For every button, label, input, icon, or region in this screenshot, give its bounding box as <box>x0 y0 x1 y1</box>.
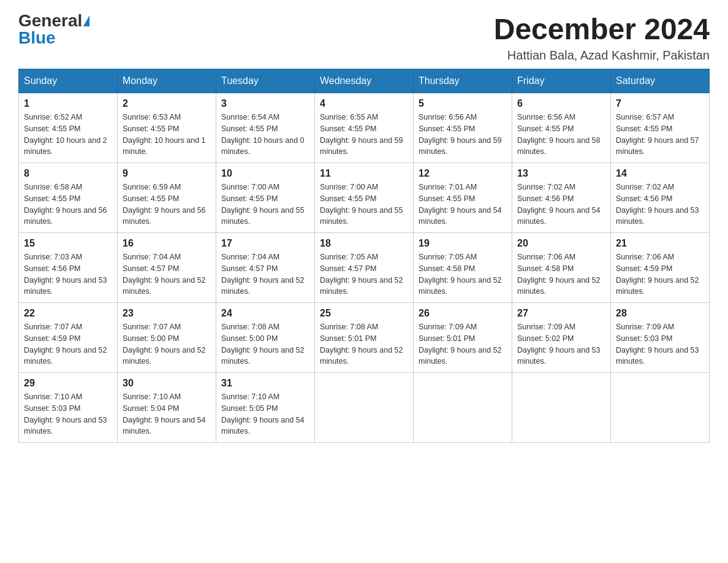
calendar-cell: 25 Sunrise: 7:08 AMSunset: 5:01 PMDaylig… <box>315 303 414 373</box>
day-number: 24 <box>221 308 309 319</box>
day-info: Sunrise: 6:53 AMSunset: 4:55 PMDaylight:… <box>123 112 211 158</box>
day-info: Sunrise: 7:06 AMSunset: 4:58 PMDaylight:… <box>517 251 605 297</box>
calendar-cell: 28 Sunrise: 7:09 AMSunset: 5:03 PMDaylig… <box>611 303 710 373</box>
day-info: Sunrise: 7:05 AMSunset: 4:57 PMDaylight:… <box>320 251 408 297</box>
calendar-header-row: SundayMondayTuesdayWednesdayThursdayFrid… <box>19 69 710 93</box>
weekday-header-sunday: Sunday <box>19 69 118 93</box>
day-info: Sunrise: 6:56 AMSunset: 4:55 PMDaylight:… <box>419 112 507 158</box>
day-info: Sunrise: 6:57 AMSunset: 4:55 PMDaylight:… <box>616 112 704 158</box>
day-info: Sunrise: 7:02 AMSunset: 4:56 PMDaylight:… <box>517 182 605 228</box>
calendar-cell: 17 Sunrise: 7:04 AMSunset: 4:57 PMDaylig… <box>216 233 315 303</box>
day-info: Sunrise: 7:00 AMSunset: 4:55 PMDaylight:… <box>320 182 408 228</box>
calendar-cell: 5 Sunrise: 6:56 AMSunset: 4:55 PMDayligh… <box>414 93 512 163</box>
calendar-week-row: 15 Sunrise: 7:03 AMSunset: 4:56 PMDaylig… <box>19 233 710 303</box>
day-number: 22 <box>24 308 112 319</box>
calendar-week-row: 1 Sunrise: 6:52 AMSunset: 4:55 PMDayligh… <box>19 93 710 163</box>
day-number: 9 <box>123 168 211 179</box>
weekday-header-thursday: Thursday <box>414 69 512 93</box>
calendar-cell: 29 Sunrise: 7:10 AMSunset: 5:03 PMDaylig… <box>19 373 118 443</box>
day-number: 29 <box>24 378 112 389</box>
day-number: 28 <box>616 308 704 319</box>
day-info: Sunrise: 7:10 AMSunset: 5:04 PMDaylight:… <box>123 391 211 437</box>
day-number: 2 <box>123 98 211 109</box>
day-info: Sunrise: 7:09 AMSunset: 5:02 PMDaylight:… <box>517 321 605 367</box>
day-info: Sunrise: 6:56 AMSunset: 4:55 PMDaylight:… <box>517 112 605 158</box>
weekday-header-tuesday: Tuesday <box>216 69 315 93</box>
day-info: Sunrise: 7:05 AMSunset: 4:58 PMDaylight:… <box>419 251 507 297</box>
logo: General Blue <box>18 12 89 47</box>
calendar-cell <box>315 373 414 443</box>
day-info: Sunrise: 6:54 AMSunset: 4:55 PMDaylight:… <box>221 112 309 158</box>
calendar-cell: 15 Sunrise: 7:03 AMSunset: 4:56 PMDaylig… <box>19 233 118 303</box>
calendar-cell: 4 Sunrise: 6:55 AMSunset: 4:55 PMDayligh… <box>315 93 414 163</box>
calendar-cell: 6 Sunrise: 6:56 AMSunset: 4:55 PMDayligh… <box>512 93 611 163</box>
day-info: Sunrise: 6:59 AMSunset: 4:55 PMDaylight:… <box>123 182 211 228</box>
day-info: Sunrise: 7:07 AMSunset: 5:00 PMDaylight:… <box>123 321 211 367</box>
day-number: 23 <box>123 308 211 319</box>
calendar-cell: 14 Sunrise: 7:02 AMSunset: 4:56 PMDaylig… <box>611 163 710 233</box>
day-info: Sunrise: 7:09 AMSunset: 5:03 PMDaylight:… <box>616 321 704 367</box>
day-info: Sunrise: 7:06 AMSunset: 4:59 PMDaylight:… <box>616 251 704 297</box>
day-number: 19 <box>419 238 507 249</box>
page-header: General Blue December 2024 Hattian Bala,… <box>18 12 710 63</box>
day-number: 20 <box>517 238 605 249</box>
calendar-cell <box>512 373 611 443</box>
day-number: 27 <box>517 308 605 319</box>
day-info: Sunrise: 6:58 AMSunset: 4:55 PMDaylight:… <box>24 182 112 228</box>
calendar-cell: 16 Sunrise: 7:04 AMSunset: 4:57 PMDaylig… <box>118 233 216 303</box>
calendar-cell: 12 Sunrise: 7:01 AMSunset: 4:55 PMDaylig… <box>414 163 512 233</box>
day-number: 10 <box>221 168 309 179</box>
calendar-cell: 13 Sunrise: 7:02 AMSunset: 4:56 PMDaylig… <box>512 163 611 233</box>
calendar-cell: 30 Sunrise: 7:10 AMSunset: 5:04 PMDaylig… <box>118 373 216 443</box>
logo-blue-text: Blue <box>18 29 56 47</box>
day-number: 1 <box>24 98 112 109</box>
day-info: Sunrise: 7:02 AMSunset: 4:56 PMDaylight:… <box>616 182 704 228</box>
day-info: Sunrise: 7:04 AMSunset: 4:57 PMDaylight:… <box>123 251 211 297</box>
day-number: 17 <box>221 238 309 249</box>
day-info: Sunrise: 7:08 AMSunset: 5:01 PMDaylight:… <box>320 321 408 367</box>
calendar-cell: 31 Sunrise: 7:10 AMSunset: 5:05 PMDaylig… <box>216 373 315 443</box>
calendar-week-row: 29 Sunrise: 7:10 AMSunset: 5:03 PMDaylig… <box>19 373 710 443</box>
calendar-week-row: 8 Sunrise: 6:58 AMSunset: 4:55 PMDayligh… <box>19 163 710 233</box>
day-info: Sunrise: 6:55 AMSunset: 4:55 PMDaylight:… <box>320 112 408 158</box>
day-info: Sunrise: 7:08 AMSunset: 5:00 PMDaylight:… <box>221 321 309 367</box>
day-info: Sunrise: 6:52 AMSunset: 4:55 PMDaylight:… <box>24 112 112 158</box>
calendar-cell: 9 Sunrise: 6:59 AMSunset: 4:55 PMDayligh… <box>118 163 216 233</box>
calendar-cell: 10 Sunrise: 7:00 AMSunset: 4:55 PMDaylig… <box>216 163 315 233</box>
calendar-cell: 24 Sunrise: 7:08 AMSunset: 5:00 PMDaylig… <box>216 303 315 373</box>
day-number: 5 <box>419 98 507 109</box>
day-number: 7 <box>616 98 704 109</box>
calendar-cell: 22 Sunrise: 7:07 AMSunset: 4:59 PMDaylig… <box>19 303 118 373</box>
day-number: 21 <box>616 238 704 249</box>
logo-general-text: General <box>18 12 82 29</box>
day-number: 8 <box>24 168 112 179</box>
calendar-cell: 11 Sunrise: 7:00 AMSunset: 4:55 PMDaylig… <box>315 163 414 233</box>
calendar-cell <box>414 373 512 443</box>
day-number: 31 <box>221 378 309 389</box>
calendar-cell: 8 Sunrise: 6:58 AMSunset: 4:55 PMDayligh… <box>19 163 118 233</box>
weekday-header-saturday: Saturday <box>611 69 710 93</box>
calendar-cell: 27 Sunrise: 7:09 AMSunset: 5:02 PMDaylig… <box>512 303 611 373</box>
day-info: Sunrise: 7:10 AMSunset: 5:05 PMDaylight:… <box>221 391 309 437</box>
day-info: Sunrise: 7:04 AMSunset: 4:57 PMDaylight:… <box>221 251 309 297</box>
calendar-cell: 3 Sunrise: 6:54 AMSunset: 4:55 PMDayligh… <box>216 93 315 163</box>
day-info: Sunrise: 7:01 AMSunset: 4:55 PMDaylight:… <box>419 182 507 228</box>
weekday-header-friday: Friday <box>512 69 611 93</box>
day-number: 11 <box>320 168 408 179</box>
calendar-cell <box>611 373 710 443</box>
calendar-cell: 21 Sunrise: 7:06 AMSunset: 4:59 PMDaylig… <box>611 233 710 303</box>
day-number: 4 <box>320 98 408 109</box>
calendar-table: SundayMondayTuesdayWednesdayThursdayFrid… <box>18 69 710 443</box>
month-title: December 2024 <box>494 12 710 46</box>
location-text: Hattian Bala, Azad Kashmir, Pakistan <box>494 48 710 63</box>
calendar-cell: 18 Sunrise: 7:05 AMSunset: 4:57 PMDaylig… <box>315 233 414 303</box>
day-number: 26 <box>419 308 507 319</box>
day-info: Sunrise: 7:10 AMSunset: 5:03 PMDaylight:… <box>24 391 112 437</box>
day-number: 30 <box>123 378 211 389</box>
day-info: Sunrise: 7:09 AMSunset: 5:01 PMDaylight:… <box>419 321 507 367</box>
day-number: 25 <box>320 308 408 319</box>
calendar-cell: 1 Sunrise: 6:52 AMSunset: 4:55 PMDayligh… <box>19 93 118 163</box>
calendar-cell: 20 Sunrise: 7:06 AMSunset: 4:58 PMDaylig… <box>512 233 611 303</box>
logo-triangle-icon <box>83 15 89 26</box>
weekday-header-monday: Monday <box>118 69 216 93</box>
